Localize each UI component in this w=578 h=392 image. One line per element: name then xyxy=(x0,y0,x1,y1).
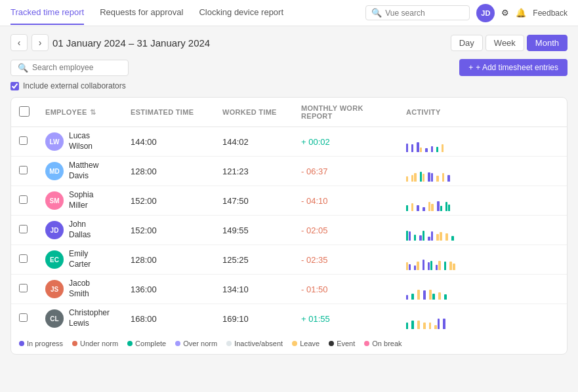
legend-dot xyxy=(329,341,334,346)
row-checkbox[interactable] xyxy=(19,313,28,322)
activity-bar xyxy=(406,144,408,152)
monthly-diff: + 01:55 xyxy=(301,314,330,324)
worked-time: 144:02 xyxy=(222,137,249,147)
activity-bar xyxy=(414,265,416,270)
activity-cell xyxy=(406,220,559,241)
include-external-checkbox[interactable] xyxy=(10,82,19,90)
activity-bar xyxy=(417,262,419,270)
table-header-row: EMPLOYEE ⇅ ESTIMATED TIME WORKED TIME MO… xyxy=(11,98,567,127)
employee-name: JohnDallas xyxy=(69,220,91,240)
activity-bar xyxy=(428,172,430,182)
monthly-diff: - 02:35 xyxy=(301,255,327,265)
bar-group xyxy=(406,205,408,211)
employee-name: MatthewDavis xyxy=(69,161,98,181)
bar-group xyxy=(419,231,424,241)
activity-bar xyxy=(417,142,419,152)
activity-bar xyxy=(434,325,437,329)
search-employee-icon: 🔍 xyxy=(18,63,28,73)
settings-icon[interactable]: ⚙ xyxy=(501,8,509,18)
employee-name: ChristopherLewis xyxy=(69,308,110,328)
day-view-button[interactable]: Day xyxy=(451,35,483,51)
week-view-button[interactable]: Week xyxy=(485,35,524,51)
bar-group xyxy=(406,295,408,300)
worked-time: 125:25 xyxy=(222,255,249,265)
activity-bar xyxy=(411,294,414,300)
bar-group xyxy=(425,148,428,152)
table-row: EC EmilyCarter 128:00 125:25 - 02:35 xyxy=(11,245,567,275)
row-checkbox[interactable] xyxy=(19,284,28,292)
legend-label: Inactive/absent xyxy=(234,340,283,347)
table-row: MD MatthewDavis 128:00 121:23 - 06:37 xyxy=(11,157,567,186)
avatar: JS xyxy=(45,280,64,298)
bar-group xyxy=(406,231,411,241)
activity-cell xyxy=(406,190,559,211)
bar-group xyxy=(423,207,425,211)
activity-bar xyxy=(417,290,420,300)
employee-cell: JS JacobSmith xyxy=(45,279,115,299)
legend-dot xyxy=(226,341,232,346)
feedback-button[interactable]: Feedback xyxy=(533,9,568,18)
activity-bar xyxy=(453,264,455,270)
employee-name: LucasWilson xyxy=(69,131,93,151)
activity-bar xyxy=(420,172,422,182)
bar-group xyxy=(428,202,434,211)
row-checkbox[interactable] xyxy=(19,195,28,204)
global-search[interactable]: 🔍 xyxy=(365,5,470,20)
monthly-diff: - 01:50 xyxy=(301,284,327,294)
table-row: LW LucasWilson 144:00 144:02 + 00:02 xyxy=(11,127,567,157)
plus-icon: + xyxy=(468,63,473,72)
nav-item-tracked[interactable]: Tracked time report xyxy=(10,1,84,25)
employee-search-input[interactable] xyxy=(32,63,117,72)
global-search-input[interactable] xyxy=(385,9,464,18)
select-all-checkbox[interactable] xyxy=(19,106,30,117)
estimated-time: 128:00 xyxy=(131,167,157,176)
user-avatar: JD xyxy=(476,4,495,22)
monthly-diff: - 04:10 xyxy=(301,196,327,206)
estimated-time: 152:00 xyxy=(131,196,157,206)
activity-bar xyxy=(429,290,432,300)
employee-search[interactable]: 🔍 xyxy=(10,60,129,76)
legend-dot xyxy=(292,341,297,346)
notifications-icon[interactable]: 🔔 xyxy=(516,8,526,18)
activity-bar xyxy=(423,323,426,329)
employee-cell: CL ChristopherLewis xyxy=(45,308,115,328)
legend-label: In progress xyxy=(27,340,63,347)
activity-bar xyxy=(442,144,444,152)
next-period-button[interactable]: › xyxy=(31,34,49,51)
worked-time: 121:23 xyxy=(222,167,249,176)
nav-item-clocking[interactable]: Clocking device report xyxy=(199,1,283,25)
month-view-button[interactable]: Month xyxy=(527,35,568,51)
table-row: JD JohnDallas 152:00 149:55 - 02:05 xyxy=(11,216,567,245)
row-checkbox[interactable] xyxy=(19,225,28,233)
worked-time: 169:10 xyxy=(222,314,249,324)
activity-bar xyxy=(440,206,442,211)
legend-item: Complete xyxy=(127,340,166,347)
legend-dot xyxy=(72,341,77,346)
bar-group xyxy=(428,261,432,270)
employee-cell: MD MatthewDavis xyxy=(45,161,115,181)
legend-dot xyxy=(127,341,133,346)
row-checkbox[interactable] xyxy=(19,254,28,263)
row-checkbox[interactable] xyxy=(19,136,28,145)
add-timesheet-button[interactable]: + + Add timesheet entries xyxy=(459,59,568,76)
activity-bar xyxy=(436,234,439,241)
nav-item-approval[interactable]: Requests for approval xyxy=(100,1,183,25)
prev-period-button[interactable]: ‹ xyxy=(10,34,28,51)
bar-group xyxy=(451,236,454,241)
bar-group xyxy=(442,144,444,152)
legend-item: In progress xyxy=(19,340,63,347)
avatar: MD xyxy=(45,162,64,180)
row-checkbox[interactable] xyxy=(19,166,28,174)
avatar: CL xyxy=(45,309,64,328)
activity-bar xyxy=(437,201,440,211)
bar-group xyxy=(423,290,426,300)
view-buttons: Day Week Month xyxy=(451,35,568,51)
activity-bar xyxy=(423,231,424,241)
date-header: ‹ › 01 January 2024 – 31 January 2024 Da… xyxy=(10,34,568,51)
bar-group xyxy=(429,323,431,329)
sort-icon[interactable]: ⇅ xyxy=(90,108,96,117)
activity-bar xyxy=(423,260,424,270)
activity-bar xyxy=(448,205,450,211)
activity-cell xyxy=(406,249,559,270)
avatar: LW xyxy=(45,132,64,151)
